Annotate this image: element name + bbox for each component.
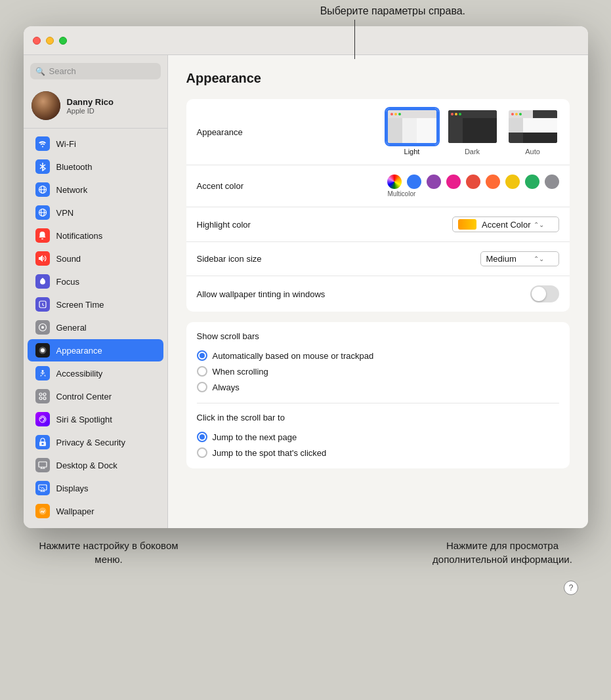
sidebar-item-vpn[interactable]: VPN	[28, 201, 163, 224]
wallpaper-tinting-label: Allow wallpaper tinting in windows	[197, 289, 328, 299]
click-next-page-option[interactable]: Jump to the next page	[197, 429, 559, 445]
sidebar-item-label-control-center: Control Center	[56, 392, 112, 401]
close-button[interactable]	[33, 37, 41, 45]
scroll-when-label: When scrolling	[213, 367, 268, 377]
svg-point-8	[41, 326, 44, 329]
accent-color-row: Accent color	[186, 165, 570, 207]
sidebar-item-label-accessibility: Accessibility	[56, 369, 103, 379]
scroll-auto-label: Automatically based on mouse or trackpad	[213, 351, 374, 361]
scroll-auto-option[interactable]: Automatically based on mouse or trackpad	[197, 348, 559, 363]
siri-icon	[35, 412, 50, 426]
sidebar-item-siri[interactable]: Siri & Spotlight	[28, 408, 163, 430]
scroll-when-radio[interactable]	[197, 366, 207, 377]
sidebar: 🔍 Search Danny Rico Apple ID Wi-Fi	[24, 55, 168, 528]
sidebar-item-sound[interactable]: Sound	[28, 247, 163, 270]
auto-theme-thumb[interactable]	[507, 108, 559, 145]
svg-point-15	[43, 397, 46, 400]
sidebar-item-control-center[interactable]: Control Center	[28, 385, 163, 407]
user-info: Danny Rico Apple ID	[67, 97, 114, 115]
sound-icon	[35, 251, 50, 266]
notifications-icon	[35, 228, 50, 243]
sidebar-item-label-wallpaper: Wallpaper	[56, 506, 95, 516]
appearance-light-option[interactable]: Light	[386, 108, 438, 155]
highlight-color-dropdown[interactable]: Accent Color ⌃⌄	[452, 216, 558, 232]
main-panel: Appearance Appearance	[168, 55, 588, 528]
sidebar-item-displays[interactable]: Displays	[28, 477, 163, 499]
accent-red[interactable]	[466, 175, 480, 189]
accent-pink[interactable]	[446, 175, 461, 189]
sidebar-item-label-siri: Siri & Spotlight	[56, 415, 112, 424]
appearance-auto-option[interactable]: Auto	[507, 108, 559, 155]
accent-color-row-dots	[387, 175, 559, 189]
highlight-color-value: Accent Color	[482, 220, 530, 230]
accent-color-section: Multicolor	[387, 175, 559, 197]
sidebar-item-focus[interactable]: Focus	[28, 270, 163, 293]
panel-title: Appearance	[186, 71, 570, 86]
scroll-always-radio[interactable]	[197, 382, 207, 392]
click-next-label: Jump to the next page	[213, 432, 297, 442]
accent-blue[interactable]	[407, 175, 421, 189]
multicolor-label: Multicolor	[388, 190, 416, 197]
wallpaper-tinting-row: Allow wallpaper tinting in windows	[186, 276, 570, 312]
search-bar[interactable]: 🔍 Search	[30, 63, 161, 79]
accent-graphite[interactable]	[545, 175, 559, 189]
sidebar-item-label-appearance: Appearance	[56, 346, 102, 356]
sidebar-icon-size-dropdown[interactable]: Medium ⌃⌄	[480, 251, 559, 266]
wallpaper-tinting-toggle[interactable]	[530, 285, 559, 302]
focus-icon	[35, 274, 50, 289]
appearance-dark-option[interactable]: Dark	[446, 108, 499, 155]
bottom-annotations: Нажмите настройку в боковом меню. Нажмит…	[24, 539, 588, 566]
dark-label: Dark	[465, 148, 480, 155]
network-icon	[35, 182, 50, 197]
sidebar-item-privacy[interactable]: Privacy & Security	[28, 431, 163, 453]
wifi-icon	[35, 136, 50, 151]
maximize-button[interactable]	[59, 37, 67, 45]
user-name: Danny Rico	[67, 97, 114, 107]
sidebar-item-desktop[interactable]: Desktop & Dock	[28, 454, 163, 476]
light-theme-thumb[interactable]	[386, 108, 438, 145]
sidebar-size-dropdown-arrow: ⌃⌄	[534, 255, 544, 262]
scroll-when-option[interactable]: When scrolling	[197, 363, 559, 379]
accent-green[interactable]	[525, 175, 539, 189]
sidebar-item-accessibility[interactable]: Accessibility	[28, 362, 163, 384]
scroll-always-label: Always	[213, 382, 240, 392]
appearance-row: Appearance	[186, 99, 570, 165]
sidebar-item-notifications[interactable]: Notifications	[28, 224, 163, 247]
sidebar-item-general[interactable]: General	[28, 316, 163, 339]
displays-icon	[35, 481, 50, 495]
svg-point-21	[39, 508, 46, 515]
accent-orange[interactable]	[486, 175, 500, 189]
sidebar-item-label-desktop: Desktop & Dock	[56, 461, 117, 470]
scroll-auto-radio[interactable]	[197, 350, 207, 361]
window-content: 🔍 Search Danny Rico Apple ID Wi-Fi	[24, 55, 588, 528]
svg-point-18	[41, 443, 43, 445]
minimize-button[interactable]	[46, 37, 54, 45]
traffic-lights	[33, 37, 67, 45]
sidebar-item-wifi[interactable]: Wi-Fi	[28, 133, 163, 155]
user-profile[interactable]: Danny Rico Apple ID	[24, 86, 167, 129]
accent-purple[interactable]	[427, 175, 441, 189]
click-next-radio[interactable]	[197, 432, 207, 442]
sidebar-item-appearance[interactable]: Appearance	[28, 339, 163, 361]
settings-window: 🔍 Search Danny Rico Apple ID Wi-Fi	[24, 26, 588, 528]
accent-multicolor[interactable]	[387, 175, 402, 189]
sidebar-item-label-notifications: Notifications	[56, 231, 103, 241]
control-center-icon	[35, 389, 50, 403]
highlight-color-label: Highlight color	[197, 220, 328, 230]
click-spot-radio[interactable]	[197, 447, 207, 458]
accent-yellow[interactable]	[505, 175, 520, 189]
privacy-icon	[35, 435, 50, 449]
scroll-always-option[interactable]: Always	[197, 379, 559, 395]
sidebar-item-network[interactable]: Network	[28, 178, 163, 201]
sidebar-item-screen-time[interactable]: Screen Time	[28, 293, 163, 316]
wallpaper-icon	[35, 504, 50, 518]
sidebar-icon-size-row: Sidebar icon size Medium ⌃⌄	[186, 242, 570, 276]
click-spot-option[interactable]: Jump to the spot that's clicked	[197, 445, 559, 461]
sidebar-item-bluetooth[interactable]: Bluetooth	[28, 155, 163, 178]
sidebar-item-wallpaper[interactable]: Wallpaper	[28, 500, 163, 522]
sidebar-item-label-focus: Focus	[56, 277, 79, 287]
sidebar-item-label-screen-time: Screen Time	[56, 300, 104, 310]
dark-theme-thumb[interactable]	[446, 108, 499, 145]
sidebar-item-label-general: General	[56, 323, 87, 333]
accessibility-icon	[35, 366, 50, 381]
